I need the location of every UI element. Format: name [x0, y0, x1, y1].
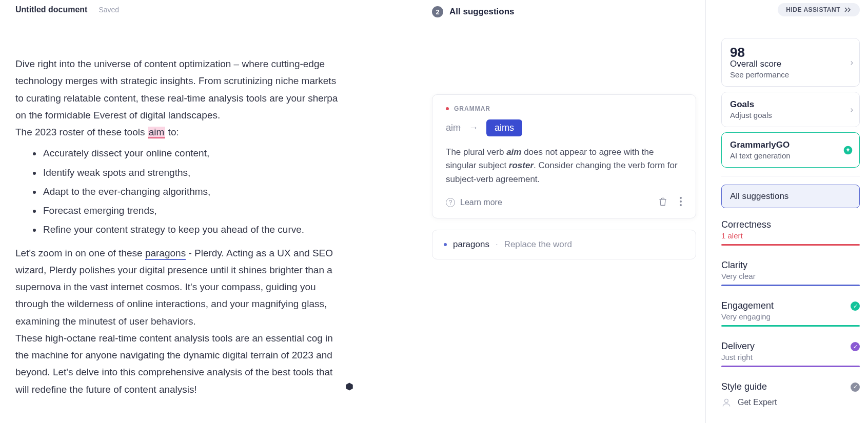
metric-bar	[721, 285, 860, 286]
grammarlygo-sub: AI text generation	[730, 151, 851, 160]
hide-assistant-button[interactable]: HIDE ASSISTANT	[778, 3, 860, 16]
floating-widget-icon[interactable]	[345, 382, 354, 391]
suggestions-pane: 2 All suggestions GRAMMAR aim → aims The…	[432, 0, 706, 423]
svg-point-5	[725, 399, 728, 402]
hide-assistant-label: HIDE ASSISTANT	[786, 6, 840, 13]
svg-point-3	[680, 204, 682, 206]
suggestion-card-collapsed[interactable]: paragons · Replace the word	[432, 230, 696, 259]
suggestions-header: 2 All suggestions	[432, 6, 696, 17]
emphasis-word: aim	[506, 147, 521, 157]
paragraph[interactable]: The 2023 roster of these tools aim to:	[15, 124, 340, 140]
suggestions-title: All suggestions	[449, 7, 515, 17]
check-icon: ✓	[851, 301, 860, 311]
metric-sub: Just right	[721, 353, 860, 361]
svg-point-2	[680, 200, 682, 203]
learn-more-label: Learn more	[460, 198, 502, 207]
metric-engagement[interactable]: ✓ Engagement Very engaging	[721, 300, 860, 327]
dismiss-suggestion-button[interactable]	[658, 196, 668, 209]
assistant-panel: HIDE ASSISTANT 98 Overall score See perf…	[706, 0, 868, 423]
suggestion-explanation: The plural verb aim does not appear to a…	[446, 146, 682, 186]
overall-score-title: Overall score	[730, 59, 851, 69]
paragraph[interactable]: These high-octane real-time content anal…	[15, 330, 340, 398]
paragraph[interactable]: Dive right into the universe of content …	[15, 55, 340, 124]
metric-sub: Very clear	[721, 272, 860, 280]
suggestion-category-row: GRAMMAR	[446, 105, 682, 112]
rewrite-row: aim → aims	[446, 119, 682, 136]
metric-title: Engagement	[721, 300, 860, 311]
metric-sub: Very engaging	[721, 312, 860, 321]
list-item[interactable]: Identify weak spots and strengths,	[42, 164, 340, 181]
sparkle-icon	[843, 145, 853, 155]
grammarlygo-title: GrammarlyGO	[730, 140, 851, 150]
text-run[interactable]: The 2023 roster of these tools	[15, 127, 148, 137]
help-icon: ?	[446, 198, 455, 207]
chevron-right-icon: ›	[851, 105, 853, 114]
collapsed-word: paragons	[453, 239, 489, 250]
overall-score-card[interactable]: 98 Overall score See performance ›	[721, 38, 860, 87]
original-word: aim	[446, 123, 461, 133]
check-icon: ✓	[851, 382, 860, 392]
suggestion-card-grammar[interactable]: GRAMMAR aim → aims The plural verb aim d…	[432, 94, 696, 218]
chevron-right-icon: ›	[851, 58, 853, 67]
list-item[interactable]: Refine your content strategy to keep you…	[42, 221, 340, 238]
paragraph[interactable]: Let's zoom in on one of these paragons -…	[15, 245, 340, 330]
get-expert-link[interactable]: Get Expert	[721, 397, 860, 408]
text-run[interactable]: to:	[165, 127, 179, 137]
all-suggestions-filter[interactable]: All suggestions	[721, 185, 860, 208]
metric-bar	[721, 366, 860, 367]
document-header: Untitled document Saved	[15, 5, 417, 14]
person-icon	[721, 397, 732, 408]
emphasis-word: roster	[509, 160, 534, 170]
document-body[interactable]: Dive right into the universe of content …	[15, 55, 417, 398]
suggestions-count-badge: 2	[432, 6, 443, 17]
metric-sub: 1 alert	[721, 231, 860, 240]
save-status: Saved	[98, 6, 119, 14]
metric-bar	[721, 325, 860, 327]
more-options-button[interactable]	[679, 196, 682, 209]
metric-title: Clarity	[721, 260, 860, 271]
collapsed-hint: Replace the word	[504, 239, 572, 250]
metric-styleguide[interactable]: Style guide ✓	[721, 381, 860, 392]
list-item[interactable]: Accurately dissect your online content,	[42, 145, 340, 162]
metric-title: Correctness	[721, 219, 860, 230]
overall-score-sub: See performance	[730, 70, 851, 79]
svg-marker-0	[346, 383, 353, 391]
metric-title: Style guide	[721, 381, 767, 392]
separator-dot-icon: ·	[496, 239, 498, 250]
metric-correctness[interactable]: Correctness 1 alert	[721, 219, 860, 246]
goals-title: Goals	[730, 99, 851, 110]
metric-title: Delivery	[721, 341, 860, 352]
learn-more-link[interactable]: ? Learn more	[446, 198, 502, 207]
svg-point-1	[680, 197, 682, 199]
goals-card[interactable]: Goals Adjust goals ›	[721, 92, 860, 127]
document-title[interactable]: Untitled document	[15, 5, 87, 14]
text-run[interactable]: Let's zoom in on one of these	[15, 248, 145, 258]
metric-delivery[interactable]: ✓ Delivery Just right	[721, 341, 860, 367]
list-item[interactable]: Adapt to the ever-changing algorithms,	[42, 183, 340, 200]
clarity-highlight-paragons[interactable]: paragons	[145, 248, 186, 260]
metric-bar	[721, 244, 860, 246]
get-expert-label: Get Expert	[738, 398, 777, 407]
arrow-right-icon: →	[469, 123, 478, 133]
editor-pane: Untitled document Saved Dive right into …	[0, 0, 432, 423]
check-icon: ✓	[851, 342, 860, 351]
metric-clarity[interactable]: Clarity Very clear	[721, 260, 860, 286]
suggestion-category: GRAMMAR	[454, 105, 490, 112]
clarity-dot-icon	[444, 243, 447, 246]
divider	[721, 176, 860, 176]
grammar-highlight-aim[interactable]: aim	[148, 127, 166, 138]
chevrons-right-icon	[844, 7, 852, 12]
correctness-dot-icon	[446, 107, 449, 110]
bullet-list[interactable]: Accurately dissect your online content, …	[42, 145, 340, 238]
accept-suggestion-button[interactable]: aims	[486, 119, 522, 136]
suggestion-card-footer: ? Learn more	[446, 196, 682, 209]
goals-sub: Adjust goals	[730, 111, 851, 119]
grammarlygo-card[interactable]: GrammarlyGO AI text generation	[721, 132, 860, 168]
list-item[interactable]: Forecast emerging trends,	[42, 202, 340, 219]
overall-score-value: 98	[730, 46, 851, 59]
text-run: The plural verb	[446, 147, 506, 157]
